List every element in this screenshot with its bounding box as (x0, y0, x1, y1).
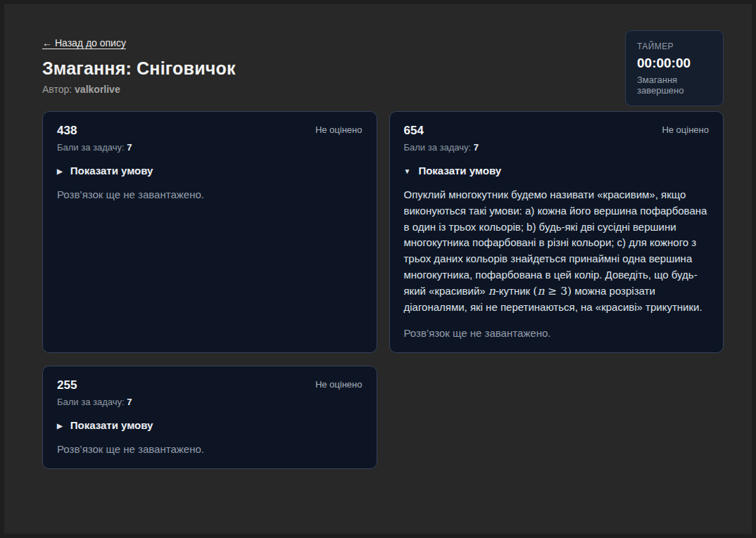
points-value: 7 (127, 397, 132, 407)
problem-number: 654 (404, 124, 424, 138)
points-label: Бали за задачу: (404, 142, 472, 153)
card-head: 438 Не оцінено (57, 124, 363, 138)
points-line: Бали за задачу: 7 (404, 141, 710, 153)
problem-statement: Опуклий многокутник будемо називати «кра… (404, 187, 710, 316)
points-value: 7 (474, 142, 479, 153)
points-line: Бали за задачу: 7 (57, 141, 363, 153)
points-label: Бали за задачу: (57, 397, 125, 407)
problem-card-438: 438 Не оцінено Бали за задачу: 7 ▶ Показ… (42, 111, 377, 353)
timer-panel: ТАЙМЕР 00:00:00 Змагання завершено (625, 30, 724, 106)
caret-right-icon: ▶ (57, 165, 63, 178)
toggle-statement-label: Показати умову (418, 164, 501, 177)
points-value: 7 (127, 142, 132, 153)
toggle-statement-button[interactable]: ▼ Показати умову (404, 164, 710, 177)
toggle-statement-button[interactable]: ▶ Показати умову (57, 164, 363, 177)
caret-right-icon: ▶ (57, 419, 63, 433)
contest-page: ← Назад до опису Змагання: Сніговичок Ав… (4, 4, 752, 534)
problem-card-654: 654 Не оцінено Бали за задачу: 7 ▼ Показ… (389, 111, 724, 353)
author-name: valkorlive (75, 84, 120, 95)
card-head: 654 Не оцінено (404, 124, 710, 138)
problem-number: 438 (57, 124, 77, 138)
caret-down-icon: ▼ (404, 165, 411, 178)
back-to-description-link[interactable]: ← Назад до опису (42, 37, 126, 49)
solution-status: Розв’язок ще не завантажено. (57, 442, 363, 456)
app-window: { "header": { "back_link": "← Назад до о… (0, 0, 756, 538)
author-label: Автор: (42, 84, 72, 95)
points-label: Бали за задачу: (57, 142, 125, 153)
problem-card-255: 255 Не оцінено Бали за задачу: 7 ▶ Показ… (42, 366, 377, 469)
timer-value: 00:00:00 (637, 56, 712, 71)
timer-label: ТАЙМЕР (637, 41, 712, 51)
points-line: Бали за задачу: 7 (57, 396, 363, 408)
card-head: 255 Не оцінено (57, 378, 363, 392)
solution-status: Розв’язок ще не завантажено. (404, 326, 710, 340)
status-badge: Не оцінено (315, 379, 363, 390)
status-badge: Не оцінено (315, 124, 363, 135)
problem-number: 255 (57, 378, 77, 392)
timer-status: Змагання завершено (637, 75, 712, 96)
problems-grid: 438 Не оцінено Бали за задачу: 7 ▶ Показ… (42, 111, 724, 469)
toggle-statement-button[interactable]: ▶ Показати умову (57, 418, 363, 432)
status-badge: Не оцінено (662, 124, 709, 135)
toggle-statement-label: Показати умову (70, 164, 153, 177)
toggle-statement-label: Показати умову (70, 418, 153, 432)
solution-status: Розв’язок ще не завантажено. (57, 188, 363, 201)
